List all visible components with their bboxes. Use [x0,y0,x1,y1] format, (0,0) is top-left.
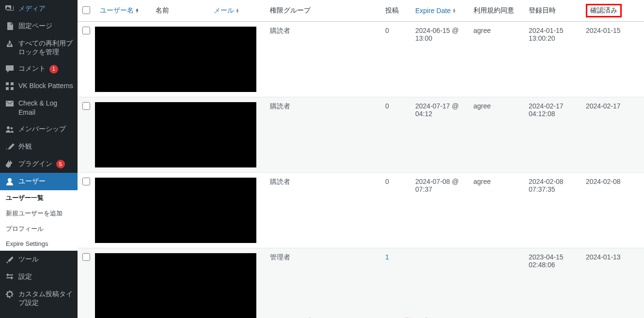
menu-item-comment[interactable]: コメント 1 [0,60,78,77]
col-role[interactable]: 権限グループ [265,0,380,22]
cell-confirmed: 2024-01-15 [581,22,644,97]
mail-icon [5,99,15,108]
menu-label: すべての再利用ブロックを管理 [18,39,74,56]
media-icon [5,4,15,14]
grid-icon [5,81,15,91]
menu-label: メンバーシップ [18,124,66,133]
submenu-item[interactable]: プロフィール [0,221,78,237]
submenu-item[interactable]: 新規ユーザーを追加 [0,206,78,221]
menu-item-media[interactable]: メディア [0,0,78,17]
menu-label: メディア [18,4,46,13]
svg-rect-2 [6,87,9,90]
row-checkbox[interactable] [82,27,90,34]
cell-agree: agree [469,22,524,97]
redacted-block [95,178,256,243]
menu-label: 固定ページ [18,21,52,30]
badge: 5 [56,160,65,168]
col-expire[interactable]: Expire Date▲▼ [415,7,456,15]
col-name[interactable]: 名前 [151,0,209,22]
cell-agree [469,248,524,318]
submenu-item[interactable]: Expire Settings [0,237,78,251]
menu-item-sliders[interactable]: 設定 [0,268,78,286]
cell-registered: 2024-02-17 04:12:08 [524,97,581,173]
menu-label: プラグイン 5 [18,159,65,168]
cell-posts[interactable]: 1 [380,248,410,318]
svg-point-5 [11,127,13,129]
redacted-block [95,27,256,92]
col-agree[interactable]: 利用規約同意 [469,0,524,22]
menu-label: カスタム投稿タイプ設定 [18,289,74,307]
cell-registered: 2024-01-15 13:00:20 [524,22,581,97]
menu-label: VK Block Patterns [18,81,73,90]
menu-item-grid[interactable]: VK Block Patterns [0,77,78,95]
menu-item-gear[interactable]: カスタム投稿タイプ設定 [0,286,78,311]
badge: 1 [49,65,58,74]
menu-item-users[interactable]: メンバーシップ [0,121,78,138]
menu-label: ユーザー [18,177,46,185]
menu-item-recycle[interactable]: すべての再利用ブロックを管理 [0,35,78,60]
annotation-text: 誤ったメールアドレスが登録表示されている [309,316,483,318]
cell-posts: 0 [380,22,410,97]
menu-item-user[interactable]: ユーザー [0,173,78,190]
cell-confirmed: 2024-02-17 [581,97,644,173]
cell-confirmed: 2024-01-13 [581,248,644,318]
comment-icon [5,64,15,74]
svg-rect-3 [11,87,14,90]
col-email[interactable]: メール▲▼ [214,6,239,15]
svg-point-4 [7,126,10,129]
users-table: ユーザー名▲▼ 名前 メール▲▼ 権限グループ 投稿 Expire Date▲▼… [78,0,644,318]
cell-agree: agree [469,97,524,173]
svg-rect-0 [6,82,9,85]
cell-role: 購読者 [265,97,380,173]
row-checkbox[interactable] [82,102,90,110]
col-confirmed[interactable]: 確認済み [581,0,644,22]
cell-agree: agree [469,173,524,248]
row-checkbox[interactable] [82,253,90,261]
page-icon [5,21,15,31]
select-all-checkbox[interactable] [82,6,90,14]
svg-rect-1 [11,82,14,85]
table-row: 管理者12023-04-15 02:48:062024-01-13 [78,248,644,318]
brush-icon [5,142,15,151]
table-row: 購読者02024-07-17 @ 04:12agree2024-02-17 04… [78,97,644,173]
menu-label: コメント 1 [18,64,58,73]
cell-role: 購読者 [265,173,380,248]
menu-item-wrench[interactable]: ツール [0,251,78,268]
col-username[interactable]: ユーザー名▲▼ [100,6,139,15]
svg-point-6 [8,178,12,182]
cell-role: 管理者 [265,248,380,318]
cell-registered: 2024-02-08 07:37:35 [524,173,581,248]
menu-label: 外観 [18,142,32,151]
cell-expire: 2024-06-15 @ 13:00 [410,22,469,97]
menu-item-plug[interactable]: プラグイン 5 [0,155,78,173]
menu-label: 設定 [18,272,32,281]
menu-label: Check & Log Email [18,99,74,116]
menu-item-page[interactable]: 固定ページ [0,17,78,35]
main-content: ユーザー名▲▼ 名前 メール▲▼ 権限グループ 投稿 Expire Date▲▼… [78,0,644,318]
user-icon [5,177,15,186]
wrench-icon [5,255,15,264]
cell-registered: 2023-04-15 02:48:06 [524,248,581,318]
table-row: 購読者02024-07-08 @ 07:37agree2024-02-08 07… [78,173,644,248]
table-row: 購読者02024-06-15 @ 13:00agree2024-01-15 13… [78,22,644,97]
users-icon [5,124,15,134]
cell-expire [410,248,469,318]
cell-confirmed: 2024-02-08 [581,173,644,248]
cell-role: 購読者 [265,22,380,97]
menu-label: ツール [18,255,39,263]
gear-icon [5,289,15,299]
cell-expire: 2024-07-17 @ 04:12 [410,97,469,173]
submenu-item[interactable]: ユーザー一覧 [0,190,78,206]
recycle-icon [5,39,15,48]
admin-sidebar: メディア固定ページすべての再利用ブロックを管理コメント 1VK Block Pa… [0,0,78,318]
col-registered[interactable]: 登録日時 [524,0,581,22]
menu-item-mail[interactable]: Check & Log Email [0,95,78,120]
col-posts[interactable]: 投稿 [380,0,410,22]
plug-icon [5,159,15,169]
sliders-icon [5,272,15,282]
menu-item-brush[interactable]: 外観 [0,138,78,155]
row-checkbox[interactable] [82,178,90,185]
cell-posts: 0 [380,97,410,173]
cell-expire: 2024-07-08 @ 07:37 [410,173,469,248]
redacted-block [95,253,256,318]
